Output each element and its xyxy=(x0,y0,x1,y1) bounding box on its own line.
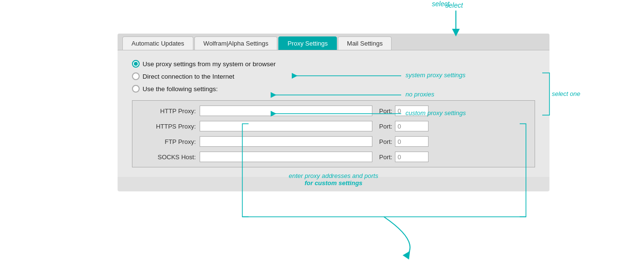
tab-proxy-settings[interactable]: Proxy Settings xyxy=(278,36,337,50)
page-container: select Automatic Updates Wolfram|Alpha S… xyxy=(0,0,644,271)
socks-port-input[interactable] xyxy=(395,152,429,162)
ftp-port-label: Port: xyxy=(379,138,392,145)
https-port-label: Port: xyxy=(379,123,392,130)
annotation-bottom: enter proxy addresses and ports for cust… xyxy=(118,172,549,187)
tab-automatic-updates[interactable]: Automatic Updates xyxy=(122,36,193,50)
socks-port-label: Port: xyxy=(379,153,392,161)
svg-text:select one: select one xyxy=(552,90,580,97)
ftp-proxy-row: FTP Proxy: Port: xyxy=(142,136,525,147)
annotation-enter-proxy-line1: enter proxy addresses and ports xyxy=(289,172,378,179)
socks-host-row: SOCKS Host: Port: xyxy=(142,152,525,162)
https-port-input[interactable] xyxy=(395,121,429,131)
annotation-select-top: select xyxy=(432,0,450,8)
radio-direct-connection-label: Direct connection to the Internet xyxy=(143,73,234,80)
radio-custom-settings[interactable] xyxy=(132,85,140,93)
radio-system-proxy[interactable] xyxy=(132,60,140,68)
radio-group: Use proxy settings from my system or bro… xyxy=(132,60,535,93)
http-proxy-input[interactable] xyxy=(200,106,372,116)
radio-system-proxy-label: Use proxy settings from my system or bro… xyxy=(143,60,276,68)
radio-row-custom: Use the following settings: xyxy=(132,85,535,93)
https-proxy-input[interactable] xyxy=(200,121,372,131)
https-proxy-row: HTTPS Proxy: Port: xyxy=(142,121,525,131)
ftp-port-input[interactable] xyxy=(395,136,429,147)
tabs-row: Automatic Updates Wolfram|Alpha Settings… xyxy=(118,34,549,50)
annotation-enter-proxy-line2: for custom settings xyxy=(305,179,363,187)
ftp-proxy-label: FTP Proxy: xyxy=(142,138,200,145)
radio-direct-connection[interactable] xyxy=(132,72,140,80)
radio-row-system: Use proxy settings from my system or bro… xyxy=(132,60,535,68)
main-panel: Automatic Updates Wolfram|Alpha Settings… xyxy=(118,34,549,191)
radio-custom-settings-label: Use the following settings: xyxy=(143,85,218,93)
tab-mail-settings[interactable]: Mail Settings xyxy=(338,36,392,50)
http-proxy-label: HTTP Proxy: xyxy=(142,107,200,115)
socks-host-input[interactable] xyxy=(200,152,372,162)
http-port-input[interactable] xyxy=(395,106,429,116)
ftp-proxy-input[interactable] xyxy=(200,136,372,147)
tab-wolfram-alpha[interactable]: Wolfram|Alpha Settings xyxy=(194,36,277,50)
proxy-fields-box: HTTP Proxy: Port: HTTPS Proxy: Port: FTP… xyxy=(132,100,535,167)
socks-host-label: SOCKS Host: xyxy=(142,153,200,161)
content-area: Use proxy settings from my system or bro… xyxy=(118,50,549,177)
https-proxy-label: HTTPS Proxy: xyxy=(142,123,200,130)
radio-row-direct: Direct connection to the Internet xyxy=(132,72,535,80)
http-proxy-row: HTTP Proxy: Port: xyxy=(142,106,525,116)
http-port-label: Port: xyxy=(379,107,392,115)
